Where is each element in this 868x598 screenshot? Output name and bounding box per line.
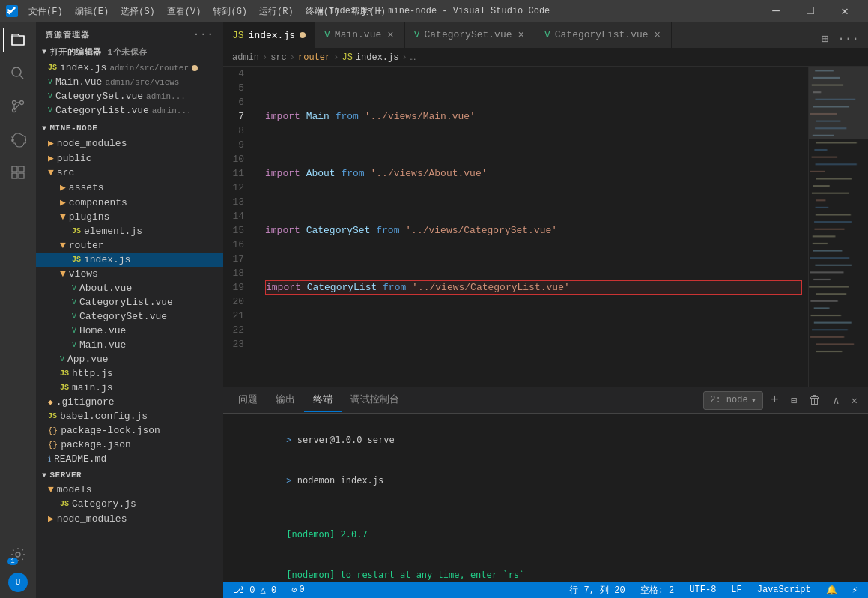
- panel-tab-output[interactable]: 输出: [267, 388, 304, 412]
- status-errors[interactable]: ⊘ 0: [287, 585, 309, 596]
- panel-tab-problems[interactable]: 问题: [229, 388, 267, 412]
- file-readme[interactable]: ℹ README.md: [36, 452, 223, 466]
- chevron-up-icon[interactable]: ∧: [828, 393, 843, 408]
- terminal-selector-arrow: ▾: [751, 395, 756, 406]
- minimize-button[interactable]: —: [759, 0, 793, 22]
- code-editor[interactable]: 4 5 6 7 8 9 10 11 12 13 14 15 16 17 18 1…: [223, 67, 808, 387]
- explorer-icon[interactable]: [3, 25, 33, 55]
- file-http-js[interactable]: JS http.js: [36, 366, 223, 381]
- trash-terminal-icon[interactable]: 🗑: [804, 392, 825, 409]
- folder-src[interactable]: ▼ src: [36, 166, 223, 180]
- title-bar: 文件(F) 编辑(E) 选择(S) 查看(V) 转到(G) 运行(R) 终端(T…: [0, 0, 868, 22]
- panel-tab-terminal[interactable]: 终端: [304, 388, 342, 412]
- ln14: 14: [223, 209, 250, 223]
- more-tabs-icon[interactable]: ···: [834, 31, 862, 47]
- tab-mainvue[interactable]: V Main.vue ×: [315, 22, 405, 48]
- folder-plugins[interactable]: ▼ plugins: [36, 210, 223, 224]
- title-controls[interactable]: — □ ✕: [759, 0, 862, 22]
- open-editor-indexjs[interactable]: JS index.js admin/src/router: [36, 61, 223, 75]
- file-main-vue[interactable]: V Main.vue: [36, 338, 223, 352]
- svg-point-0: [12, 67, 21, 76]
- terminal-selector[interactable]: 2: node ▾: [703, 391, 763, 410]
- file-categorylist-vue[interactable]: V CategoryList.vue: [36, 295, 223, 309]
- file-category-js[interactable]: JS Category.js: [36, 497, 223, 511]
- menu-edit[interactable]: 编辑(E): [70, 4, 114, 19]
- breadcrumb-admin[interactable]: admin: [232, 52, 259, 63]
- file-gitignore[interactable]: ◆ .gitignore: [36, 395, 223, 409]
- server-section[interactable]: ▼ server: [36, 468, 223, 483]
- file-package-json[interactable]: {} package.json: [36, 438, 223, 452]
- file-app-vue[interactable]: V App.vue: [36, 352, 223, 366]
- file-index-js[interactable]: JS index.js: [36, 253, 223, 267]
- js-icon11: JS: [60, 384, 69, 392]
- open-editor-mainvue[interactable]: V Main.vue admin/src/views: [36, 75, 223, 89]
- split-editor-icon[interactable]: ⊞: [819, 30, 832, 48]
- breadcrumb-ellipsis[interactable]: …: [410, 52, 416, 63]
- folder-public[interactable]: ▶ public: [36, 151, 223, 166]
- sidebar-more-icon[interactable]: ···: [193, 28, 214, 40]
- error-count: 0: [299, 585, 304, 595]
- open-editor-categoryset[interactable]: V CategorySet.vue admin...: [36, 89, 223, 103]
- status-sync-icon[interactable]: ⚡: [848, 585, 862, 596]
- folder-router[interactable]: ▼ router: [36, 238, 223, 253]
- menu-view[interactable]: 查看(V): [163, 4, 206, 19]
- tab-categorylist-close[interactable]: ×: [653, 29, 662, 41]
- project-section[interactable]: ▼ MINE-NODE: [36, 121, 223, 136]
- folder-views[interactable]: ▼ views: [36, 267, 223, 281]
- status-encoding[interactable]: UTF-8: [685, 585, 720, 595]
- file-about-vue[interactable]: V About.vue: [36, 281, 223, 295]
- panel-tab-debug[interactable]: 调试控制台: [342, 388, 408, 412]
- status-spaces[interactable]: 空格: 2: [636, 584, 679, 597]
- status-language[interactable]: JavaScript: [753, 585, 816, 595]
- status-git[interactable]: ⎇ 0 △ 0: [229, 585, 281, 596]
- menu-goto[interactable]: 转到(G): [208, 4, 252, 19]
- status-position[interactable]: 行 7, 列 20: [565, 584, 629, 597]
- search-icon[interactable]: [3, 58, 33, 88]
- menu-run[interactable]: 运行(R): [255, 4, 298, 19]
- settings-icon[interactable]: 1: [3, 540, 33, 570]
- file-categoryset-vue[interactable]: V CategorySet.vue: [36, 309, 223, 324]
- tab-categoryset-close[interactable]: ×: [517, 29, 526, 41]
- ln9: 9: [223, 138, 250, 152]
- folder-components[interactable]: ▶ components: [36, 195, 223, 210]
- file-babel-config[interactable]: JS babel.config.js: [36, 409, 223, 423]
- folder-assets[interactable]: ▶ assets: [36, 180, 223, 195]
- open-editors-section[interactable]: ▼ 打开的编辑器 1个未保存: [36, 43, 223, 61]
- terminal-selector-label: 2: node: [710, 395, 747, 405]
- menu-select[interactable]: 选择(S): [116, 4, 160, 19]
- file-index-js-name: index.js: [84, 254, 130, 265]
- split-terminal-icon[interactable]: ⊟: [786, 393, 801, 408]
- folder-icon10: ▶: [48, 513, 54, 525]
- folder-models[interactable]: ▼ models: [36, 483, 223, 497]
- source-control-icon[interactable]: [3, 91, 33, 121]
- terminal-line-3: [nodemon] 2.0.7: [232, 514, 859, 555]
- close-panel-icon[interactable]: ✕: [847, 393, 862, 408]
- menu-file[interactable]: 文件(F): [24, 4, 67, 19]
- file-package-lock[interactable]: {} package-lock.json: [36, 423, 223, 438]
- user-avatar[interactable]: U: [8, 573, 28, 592]
- debug-icon[interactable]: [3, 124, 33, 154]
- breadcrumb-src[interactable]: src: [270, 52, 287, 63]
- maximize-button[interactable]: □: [793, 0, 828, 22]
- project-label: MINE-NODE: [50, 124, 98, 133]
- status-eol[interactable]: LF: [726, 585, 746, 595]
- folder-node-modules2[interactable]: ▶ node_modules: [36, 511, 223, 526]
- tab-indexjs[interactable]: JS index.js: [223, 22, 315, 48]
- code-content[interactable]: import Main from '../views/Main.vue' imp…: [259, 67, 808, 387]
- breadcrumb-indexjs[interactable]: index.js: [356, 52, 399, 63]
- close-button[interactable]: ✕: [828, 0, 862, 22]
- file-home-vue[interactable]: V Home.vue: [36, 324, 223, 338]
- file-element-js[interactable]: JS element.js: [36, 224, 223, 238]
- breadcrumb-sep2: ›: [290, 52, 295, 63]
- file-package-lock-name: package-lock.json: [61, 425, 160, 436]
- open-editor-categorylist[interactable]: V CategoryList.vue admin...: [36, 103, 223, 118]
- breadcrumb-router[interactable]: router: [298, 52, 330, 63]
- tab-categorylist[interactable]: V CategoryList.vue ×: [535, 22, 672, 48]
- file-main-js[interactable]: JS main.js: [36, 381, 223, 395]
- tab-categoryset[interactable]: V CategorySet.vue ×: [405, 22, 535, 48]
- extensions-icon[interactable]: [3, 157, 33, 187]
- tab-mainvue-close[interactable]: ×: [386, 29, 395, 41]
- status-bell-icon[interactable]: 🔔: [822, 585, 842, 596]
- add-terminal-icon[interactable]: +: [766, 391, 783, 409]
- folder-node-modules[interactable]: ▶ node_modules: [36, 136, 223, 151]
